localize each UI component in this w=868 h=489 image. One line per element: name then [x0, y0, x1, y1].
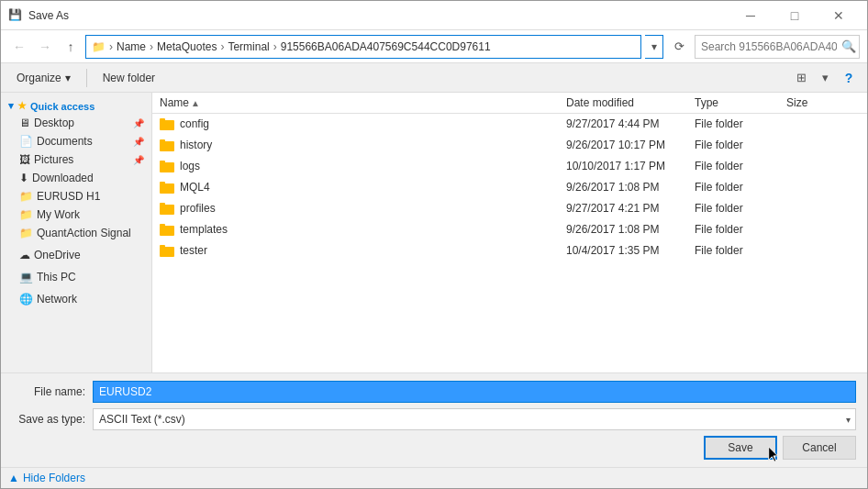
- savetype-wrapper: ASCII Text (*.csv) ▾: [93, 408, 856, 430]
- file-name: tester: [180, 244, 207, 257]
- address-path[interactable]: 📁 › Name › MetaQuotes › Terminal › 91556…: [85, 35, 641, 59]
- table-row[interactable]: profiles 9/27/2017 4:21 PM File folder: [152, 198, 867, 219]
- file-name-cell: templates: [160, 222, 566, 237]
- sidebar-item-downloaded[interactable]: ⬇ Downloaded: [1, 169, 151, 187]
- hide-folders-row[interactable]: ▲ Hide Folders: [1, 467, 867, 488]
- file-date: 9/27/2017 4:44 PM: [566, 117, 695, 130]
- maximize-button[interactable]: □: [773, 4, 816, 28]
- savetype-label: Save as type:: [12, 413, 85, 426]
- sidebar-onedrive-label: OneDrive: [34, 249, 81, 261]
- sidebar-quantaction-label: QuantAction Signal: [37, 227, 131, 239]
- file-date: 10/10/2017 1:17 PM: [566, 160, 695, 172]
- cursor-icon: [768, 447, 781, 463]
- sidebar-item-network[interactable]: 🌐 Network: [1, 290, 151, 308]
- save-label: Save: [728, 441, 752, 454]
- sidebar-item-documents[interactable]: 📄 Documents 📌: [1, 132, 151, 150]
- search-container: 🔍: [695, 35, 860, 59]
- up-button[interactable]: ↑: [60, 36, 82, 58]
- onedrive-section: ☁ OneDrive: [1, 246, 151, 264]
- sidebar-item-quantaction[interactable]: 📁 QuantAction Signal: [1, 224, 151, 242]
- file-date: 9/26/2017 10:17 PM: [566, 139, 695, 151]
- forward-button[interactable]: →: [34, 36, 56, 58]
- cancel-label: Cancel: [802, 441, 836, 454]
- back-button[interactable]: ←: [8, 36, 30, 58]
- table-row[interactable]: MQL4 9/26/2017 1:08 PM File folder: [152, 177, 867, 198]
- sidebar: ▾ ★ Quick access 🖥 Desktop 📌 📄 Documents…: [1, 93, 152, 372]
- file-name: MQL4: [180, 181, 210, 194]
- thispc-icon: 💻: [19, 271, 33, 283]
- file-type: File folder: [695, 117, 786, 130]
- col-name-header[interactable]: Name ▲: [160, 96, 566, 109]
- svg-rect-8: [160, 205, 174, 215]
- svg-rect-2: [160, 141, 174, 151]
- sidebar-item-thispc[interactable]: 💻 This PC: [1, 268, 151, 286]
- file-name-cell: history: [160, 138, 566, 152]
- refresh-button[interactable]: ⟳: [667, 35, 691, 59]
- table-row[interactable]: templates 9/26/2017 1:08 PM File folder: [152, 219, 867, 240]
- sidebar-item-eurusd[interactable]: 📁 EURUSD H1: [1, 187, 151, 206]
- file-list-header: Name ▲ Date modified Type Size: [152, 93, 867, 114]
- file-name: templates: [180, 223, 228, 236]
- sidebar-item-mywork[interactable]: 📁 My Work: [1, 206, 151, 224]
- sidebar-item-pictures[interactable]: 🖼 Pictures 📌: [1, 150, 151, 169]
- search-button[interactable]: 🔍: [841, 39, 856, 53]
- view-options: ⊞ ▾ ?: [790, 67, 860, 89]
- table-row[interactable]: logs 10/10/2017 1:17 PM File folder: [152, 156, 867, 177]
- save-button-wrapper: Save: [704, 436, 777, 460]
- new-folder-button[interactable]: New folder: [95, 67, 163, 89]
- savetype-select[interactable]: ASCII Text (*.csv): [93, 408, 856, 430]
- hide-folders-label: Hide Folders: [23, 472, 85, 484]
- view-grid-button[interactable]: ⊞: [790, 67, 812, 89]
- organize-button[interactable]: Organize ▾: [8, 67, 79, 89]
- downloaded-icon: ⬇: [19, 172, 28, 184]
- file-name: profiles: [180, 202, 216, 215]
- address-dropdown[interactable]: ▾: [645, 35, 663, 59]
- thispc-section: 💻 This PC: [1, 268, 151, 286]
- save-button[interactable]: Save: [704, 436, 777, 460]
- pictures-icon: 🖼: [19, 153, 30, 166]
- svg-rect-6: [160, 183, 174, 194]
- svg-rect-1: [160, 118, 165, 121]
- svg-rect-3: [160, 139, 165, 142]
- filename-input[interactable]: [93, 381, 856, 403]
- desktop-icon: 🖥: [19, 117, 30, 129]
- sidebar-desktop-label: Desktop: [34, 117, 74, 129]
- filename-row: File name:: [12, 381, 856, 403]
- folder-icon: [160, 138, 174, 152]
- folder-icon: [160, 222, 174, 237]
- file-type: File folder: [695, 202, 786, 215]
- bottom-area: File name: Save as type: ASCII Text (*.c…: [1, 372, 867, 467]
- minimize-button[interactable]: ─: [729, 4, 772, 28]
- table-row[interactable]: config 9/27/2017 4:44 PM File folder: [152, 114, 867, 135]
- file-type: File folder: [695, 244, 786, 257]
- toolbar: Organize ▾ New folder ⊞ ▾ ?: [1, 63, 867, 93]
- pin-icon-pics: 📌: [133, 155, 144, 165]
- quick-access-header[interactable]: ▾ ★ Quick access: [1, 96, 151, 114]
- help-button[interactable]: ?: [838, 67, 860, 89]
- file-type: File folder: [695, 160, 786, 172]
- view-dropdown-button[interactable]: ▾: [814, 67, 836, 89]
- network-section: 🌐 Network: [1, 290, 151, 308]
- sidebar-item-onedrive[interactable]: ☁ OneDrive: [1, 246, 151, 264]
- close-button[interactable]: ✕: [818, 4, 860, 28]
- svg-rect-11: [160, 224, 165, 227]
- sidebar-item-desktop[interactable]: 🖥 Desktop 📌: [1, 114, 151, 132]
- path-id: 915566BA06ADA407569C544CC0D97611: [281, 40, 491, 53]
- path-terminal: Terminal: [228, 40, 269, 53]
- table-row[interactable]: history 9/26/2017 10:17 PM File folder: [152, 135, 867, 156]
- svg-rect-4: [160, 162, 174, 172]
- toolbar-separator: [86, 69, 87, 87]
- file-name: history: [180, 139, 212, 151]
- svg-rect-10: [160, 226, 174, 236]
- search-input[interactable]: [695, 35, 860, 59]
- svg-rect-0: [160, 120, 174, 130]
- window-icon: 💾: [8, 8, 23, 23]
- title-bar-left: 💾 Save As: [8, 8, 69, 23]
- quick-access-label: Quick access: [30, 101, 95, 112]
- table-row[interactable]: tester 10/4/2017 1:35 PM File folder: [152, 240, 867, 261]
- quantaction-icon: 📁: [19, 227, 33, 239]
- cancel-button[interactable]: Cancel: [783, 436, 856, 460]
- file-name: logs: [180, 160, 200, 172]
- quick-access-section: ▾ ★ Quick access 🖥 Desktop 📌 📄 Documents…: [1, 96, 151, 242]
- title-buttons: ─ □ ✕: [729, 4, 860, 28]
